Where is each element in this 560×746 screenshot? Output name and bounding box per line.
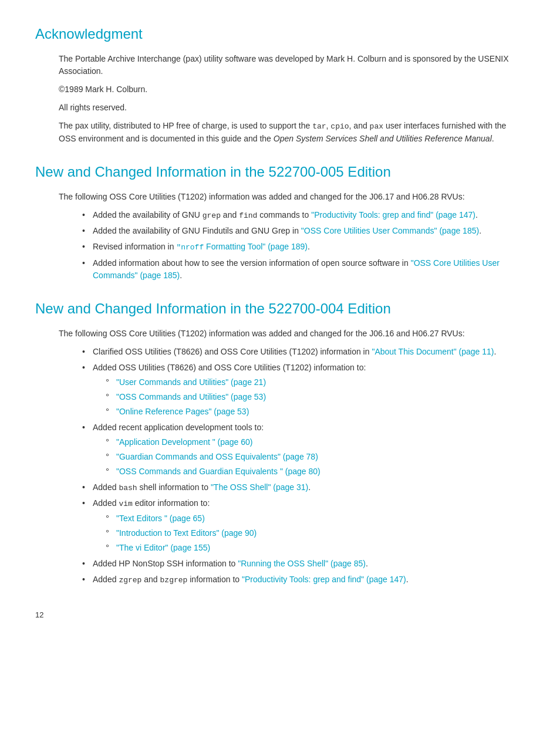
page-number: 12: [35, 609, 525, 621]
acknowledgment-body: The Portable Archive Interchange (pax) u…: [59, 53, 525, 145]
pax-code: pax: [370, 122, 383, 131]
tar-code: tar: [312, 122, 326, 131]
link-app-dev[interactable]: "Application Development " (page 60): [116, 437, 253, 447]
sub-list-item: "Text Editors " (page 65): [106, 512, 525, 525]
sub-list-1: "User Commands and Utilities" (page 21) …: [106, 376, 525, 418]
list-item: Added vim editor information to: "Text E…: [82, 497, 525, 554]
find-code: find: [239, 211, 257, 220]
ack-para-1: The Portable Archive Interchange (pax) u…: [59, 53, 525, 77]
link-user-commands[interactable]: "User Commands and Utilities" (page 21): [116, 377, 266, 387]
link-oss-commands-53[interactable]: "OSS Commands and Utilities" (page 53): [116, 392, 266, 401]
link-oss-guardian[interactable]: "OSS Commands and Guardian Equivalents "…: [116, 467, 321, 476]
link-oss-core-185-1[interactable]: "OSS Core Utilities User Commands" (page…: [301, 226, 479, 235]
vim-code: vim: [119, 499, 132, 508]
sub-list-item: "User Commands and Utilities" (page 21): [106, 376, 525, 389]
acknowledgment-heading: Acknowledgment: [35, 23, 525, 45]
list-item: Added recent application development too…: [82, 421, 525, 478]
list-item: Revised information in "nroff Formatting…: [82, 241, 525, 254]
cpio-code: cpio: [330, 122, 349, 131]
link-oss-core-185-2[interactable]: "OSS Core Utilities User Commands" (page…: [93, 258, 500, 280]
link-running-oss[interactable]: "Running the OSS Shell" (page 85): [238, 559, 366, 568]
link-about-this-doc[interactable]: "About This Document" (page 11): [372, 347, 494, 356]
section1-list: Added the availability of GNU grep and f…: [82, 209, 525, 282]
link-text-editors[interactable]: "Text Editors " (page 65): [116, 514, 205, 523]
link-online-ref[interactable]: "Online Reference Pages" (page 53): [116, 407, 249, 416]
list-item: Added bash shell information to "The OSS…: [82, 481, 525, 494]
link-vi-editor[interactable]: "The vi Editor" (page 155): [116, 543, 210, 552]
sub-list-item: "Application Development " (page 60): [106, 436, 525, 448]
list-item: Clarified OSS Utilities (T8626) and OSS …: [82, 346, 525, 358]
grep-code: grep: [203, 211, 221, 220]
link-intro-text-editors[interactable]: "Introduction to Text Editors" (page 90): [116, 528, 257, 538]
section1-body: The following OSS Core Utilities (T1202)…: [59, 191, 525, 282]
link-oss-shell[interactable]: "The OSS Shell" (page 31): [211, 482, 308, 492]
ack-para-4: The pax utility, distributed to HP free …: [59, 120, 525, 145]
ack-para-2: ©1989 Mark H. Colburn.: [59, 83, 525, 96]
nroff-code: "nroff: [176, 243, 204, 252]
zgrep-code: zgrep: [119, 576, 141, 585]
bash-code: bash: [119, 484, 137, 492]
ack-para-3: All rights reserved.: [59, 102, 525, 114]
list-item: Added the availability of GNU grep and f…: [82, 209, 525, 222]
section2-intro: The following OSS Core Utilities (T1202)…: [59, 328, 525, 340]
link-productivity-tools-2[interactable]: "Productivity Tools: grep and find" (pag…: [242, 575, 406, 584]
list-item: Added OSS Utilities (T8626) and OSS Core…: [82, 362, 525, 418]
sub-list-item: "OSS Commands and Utilities" (page 53): [106, 391, 525, 403]
sub-list-item: "The vi Editor" (page 155): [106, 542, 525, 554]
list-item: Added zgrep and bzgrep information to "P…: [82, 573, 525, 586]
sub-list-3: "Text Editors " (page 65) "Introduction …: [106, 512, 525, 554]
bzgrep-code: bzgrep: [160, 576, 188, 585]
book-title: Open System Services Shell and Utilities…: [274, 134, 492, 143]
sub-list-item: "Introduction to Text Editors" (page 90): [106, 527, 525, 539]
section1-heading: New and Changed Information in the 52270…: [35, 161, 525, 183]
list-item: Added information about how to see the v…: [82, 257, 525, 282]
section2-list: Clarified OSS Utilities (T8626) and OSS …: [82, 346, 525, 586]
section1-intro: The following OSS Core Utilities (T1202)…: [59, 191, 525, 203]
link-productivity-tools-1[interactable]: "Productivity Tools: grep and find" (pag…: [311, 210, 475, 220]
sub-list-item: "OSS Commands and Guardian Equivalents "…: [106, 465, 525, 478]
list-item: Added the availability of GNU Findutils …: [82, 225, 525, 237]
sub-list-2: "Application Development " (page 60) "Gu…: [106, 436, 525, 478]
sub-list-item: "Guardian Commands and OSS Equivalents" …: [106, 451, 525, 463]
sub-list-item: "Online Reference Pages" (page 53): [106, 406, 525, 418]
section2-body: The following OSS Core Utilities (T1202)…: [59, 328, 525, 586]
link-nroff[interactable]: "nroff Formatting Tool" (page 189): [176, 242, 308, 251]
list-item: Added HP NonStop SSH information to "Run…: [82, 558, 525, 570]
section2-heading: New and Changed Information in the 52270…: [35, 298, 525, 319]
link-guardian-cmds[interactable]: "Guardian Commands and OSS Equivalents" …: [116, 452, 318, 461]
